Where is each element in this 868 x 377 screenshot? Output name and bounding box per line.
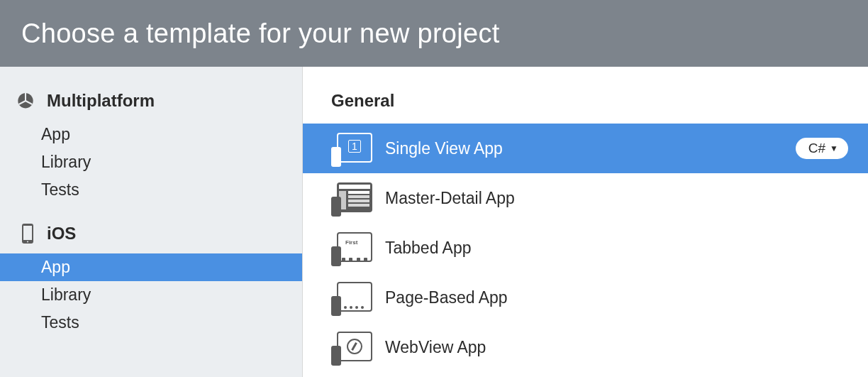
template-page-based-app[interactable]: Page-Based App [303,273,868,322]
ios-icon [16,224,35,244]
single-view-app-icon: 1 [331,131,372,165]
template-label: Master-Detail App [385,189,848,208]
template-label: Single View App [385,139,796,158]
template-webview-app[interactable]: WebView App [303,322,868,372]
svg-rect-4 [23,226,32,240]
master-detail-app-icon [331,181,372,215]
template-label: Page-Based App [385,288,848,307]
category-multiplatform: Multiplatform App Library Tests [0,87,302,204]
svg-point-5 [27,241,28,243]
dropdown-triangle-icon: ▼ [830,143,838,153]
language-selector[interactable]: C# ▼ [796,138,848,159]
dialog-title: Choose a template for your new project [21,18,500,49]
webview-app-icon [331,330,372,364]
template-label: Tabbed App [385,239,848,258]
multiplatform-icon [16,91,35,111]
dialog-content: Multiplatform App Library Tests iOS [0,67,868,377]
template-single-view-app[interactable]: 1 Single View App C# ▼ [303,124,868,173]
sidebar-item-ios-tests[interactable]: Tests [0,309,302,337]
category-header-ios[interactable]: iOS [0,219,302,248]
language-label: C# [808,141,825,156]
section-title-general: General [303,87,868,124]
category-header-multiplatform[interactable]: Multiplatform [0,87,302,115]
sidebar-item-multiplatform-library[interactable]: Library [0,148,302,176]
sidebar-item-multiplatform-tests[interactable]: Tests [0,176,302,204]
dialog-header: Choose a template for your new project [0,0,868,67]
template-master-detail-app[interactable]: Master-Detail App [303,173,868,223]
category-ios: iOS App Library Tests [0,219,302,337]
sidebar-item-ios-library[interactable]: Library [0,281,302,309]
template-list-panel: General 1 Single View App C# ▼ [303,67,868,377]
page-based-app-icon [331,280,372,315]
category-label: iOS [47,224,76,244]
template-label: WebView App [385,338,848,357]
sidebar-item-ios-app[interactable]: App [0,253,302,281]
template-tabbed-app[interactable]: First Tabbed App [303,223,868,273]
sidebar: Multiplatform App Library Tests iOS [0,67,303,377]
sidebar-item-multiplatform-app[interactable]: App [0,121,302,148]
tabbed-app-icon: First [331,231,372,265]
category-label: Multiplatform [47,91,155,111]
